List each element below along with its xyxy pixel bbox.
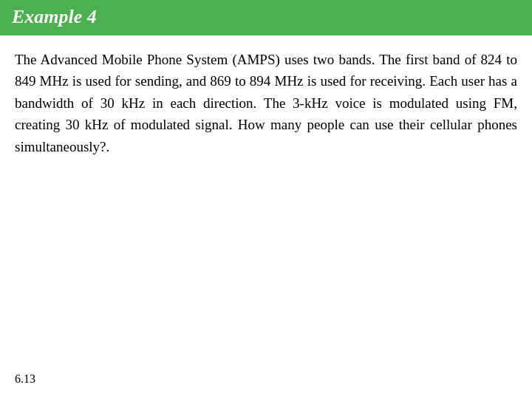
main-body-text: The Advanced Mobile Phone System (AMPS) …: [15, 49, 517, 157]
example-title: Example 4: [12, 6, 97, 28]
content-area: The Advanced Mobile Phone System (AMPS) …: [0, 35, 532, 399]
slide-number: 6.13: [15, 372, 517, 392]
header-bar: Example 4: [0, 0, 532, 35]
page-container: Example 4 The Advanced Mobile Phone Syst…: [0, 0, 532, 399]
